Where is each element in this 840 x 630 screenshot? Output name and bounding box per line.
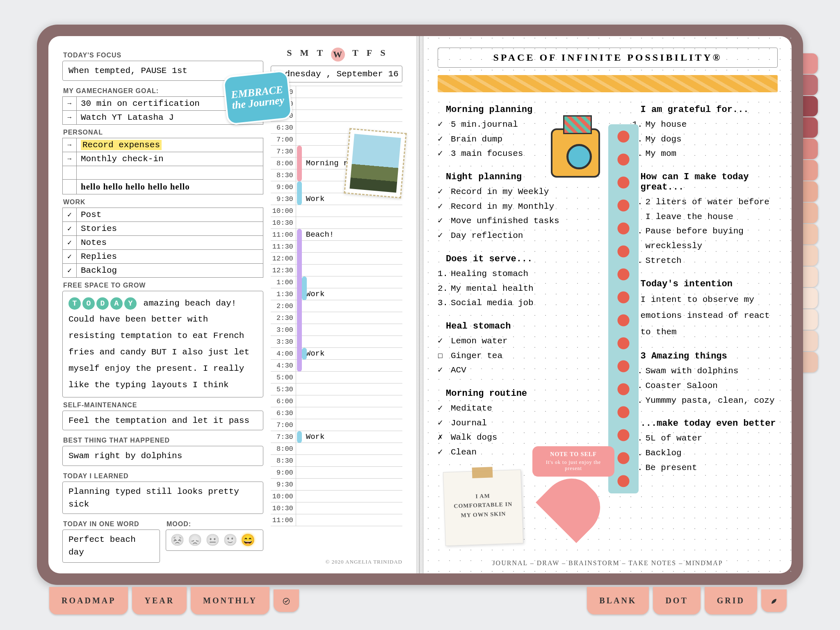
schedule-line[interactable]: 10:00: [271, 205, 402, 217]
schedule-line[interactable]: 11:00Beach!: [271, 229, 402, 241]
list-item[interactable]: 1.5L of water: [632, 431, 778, 446]
list-item[interactable]: ✓Meditate: [438, 401, 583, 416]
bottom-tab-blank[interactable]: BLANK: [587, 587, 649, 614]
schedule-line[interactable]: 6:00: [271, 395, 402, 407]
weekday[interactable]: T: [317, 48, 324, 62]
list-row[interactable]: →Record expenses: [62, 138, 263, 152]
list-item[interactable]: ✗Walk dogs: [438, 430, 583, 445]
schedule-line[interactable]: 10:00: [271, 491, 402, 502]
weekday[interactable]: T: [352, 48, 359, 62]
list-row[interactable]: [62, 166, 263, 180]
schedule-line[interactable]: 3:30: [271, 336, 402, 348]
list-item[interactable]: ✓ACV: [438, 363, 583, 378]
free-box[interactable]: TODAY amazing beach day! Could have been…: [62, 291, 263, 397]
list-row[interactable]: ✓Post: [62, 208, 263, 222]
best-box[interactable]: Swam right by dolphins: [62, 446, 263, 466]
mood-box[interactable]: 😣😞😐🙂😄: [166, 530, 263, 551]
item-text: My mom: [646, 146, 677, 161]
list-item[interactable]: ☐Ginger tea: [438, 349, 583, 363]
item-text: Yummmy pasta, clean, cozy: [646, 393, 775, 408]
schedule-line[interactable]: 12:30: [271, 265, 402, 276]
list-item[interactable]: ✓Record in my Monthly: [438, 199, 583, 214]
mood-face[interactable]: 😞: [188, 533, 202, 547]
schedule-line[interactable]: 10:30: [271, 502, 402, 514]
list-item[interactable]: 1.2 liters of water before I leave the h…: [632, 195, 778, 224]
schedule-line[interactable]: 7:30Work: [271, 431, 402, 443]
right-col-right: I am grateful for...1.My house2.My dogs3…: [632, 105, 778, 486]
list-item[interactable]: 2.Backlog: [632, 446, 778, 461]
weekday[interactable]: M: [300, 48, 310, 62]
schedule-line[interactable]: 8:30: [271, 455, 402, 467]
list-item[interactable]: ✓Day reflection: [438, 228, 583, 243]
planner-shell: TODAY'S FOCUS When tempted, PAUSE 1st MY…: [37, 25, 803, 585]
schedule-line[interactable]: 4:00Work: [271, 348, 402, 360]
schedule-line[interactable]: 12:00: [271, 253, 402, 265]
schedule-line[interactable]: 9:00: [271, 467, 402, 479]
schedule-line[interactable]: 5:00: [271, 372, 402, 383]
schedule-line[interactable]: 11:00: [271, 514, 402, 526]
list-row[interactable]: ✓Notes: [62, 236, 263, 250]
bottom-tab-dot[interactable]: DOT: [653, 587, 700, 614]
weekday[interactable]: S: [380, 48, 386, 62]
schedule-bar: [297, 229, 302, 372]
bottom-tab-year[interactable]: YEAR: [132, 587, 187, 614]
schedule-line[interactable]: 2:00: [271, 300, 402, 312]
list-row[interactable]: →Monthly check-in: [62, 152, 263, 166]
mood-face[interactable]: 🙂: [223, 533, 237, 547]
selfm-box[interactable]: Feel the temptation and let it pass: [62, 411, 263, 431]
week-strip[interactable]: SMTWTFS: [271, 48, 402, 62]
schedule-line[interactable]: 11:30: [271, 241, 402, 253]
weekday[interactable]: F: [367, 48, 373, 62]
schedule-line[interactable]: 1:00: [271, 276, 402, 288]
list-item[interactable]: ✓Journal: [438, 416, 583, 431]
list-item[interactable]: 3.Be present: [632, 461, 778, 475]
row-mark: ✓: [63, 236, 77, 249]
schedule-line[interactable]: 10:30: [271, 217, 402, 229]
list-item[interactable]: 2.Pause before buying wrecklessly: [632, 224, 778, 253]
list-item[interactable]: 2.My mental health: [438, 281, 583, 296]
affirmation-note: I AM COMFORTABLE IN MY OWN SKIN: [443, 470, 523, 546]
list-row[interactable]: hello hello hello hello hello: [62, 180, 263, 194]
list-item[interactable]: ✓Record in my Weekly: [438, 185, 583, 199]
mood-face[interactable]: 😣: [170, 533, 185, 547]
schedule-line[interactable]: 1:30Work: [271, 288, 402, 300]
list-row[interactable]: ✓Stories: [62, 222, 263, 236]
learned-box[interactable]: Planning typed still looks pretty sick: [62, 482, 263, 514]
item-text: Lemon water: [451, 334, 508, 349]
schedule-line[interactable]: 7:00: [271, 419, 402, 431]
schedule-line[interactable]: 6:30: [271, 407, 402, 419]
weekday[interactable]: W: [331, 48, 345, 62]
list-item[interactable]: 1.My house: [632, 117, 778, 132]
list-item[interactable]: 3.Stretch: [632, 253, 778, 268]
list-item[interactable]: 3.My mom: [632, 146, 778, 161]
leaf-tab[interactable]: [761, 589, 787, 612]
list-row[interactable]: ✓Backlog: [62, 264, 263, 278]
schedule-line[interactable]: 2:30: [271, 312, 402, 324]
list-item[interactable]: 2.Coaster Saloon: [632, 379, 778, 393]
list-item[interactable]: 1.Healing stomach: [438, 267, 583, 281]
list-item[interactable]: 1.Swam with dolphins: [632, 364, 778, 379]
schedule-line[interactable]: 5:30: [271, 383, 402, 395]
right-footer: JOURNAL – DRAW – BRAINSTORM – TAKE NOTES…: [424, 559, 792, 567]
item-mark: ✓: [438, 214, 451, 228]
section-heading: Morning planning: [438, 105, 583, 115]
list-item[interactable]: 2.My dogs: [632, 132, 778, 147]
list-item[interactable]: ✓Lemon water: [438, 334, 583, 349]
schedule-line[interactable]: 3:00: [271, 324, 402, 336]
bottom-tab-grid[interactable]: GRID: [705, 587, 757, 614]
list-item[interactable]: 3.Yummmy pasta, clean, cozy: [632, 393, 778, 408]
bottom-tab-roadmap[interactable]: ROADMAP: [49, 587, 128, 614]
list-row[interactable]: ✓Replies: [62, 250, 263, 264]
list-item[interactable]: 3.Social media job: [438, 296, 583, 310]
check-tab[interactable]: [274, 589, 299, 612]
schedule-line[interactable]: 4:30: [271, 360, 402, 372]
weekday[interactable]: S: [287, 48, 292, 62]
mood-face[interactable]: 😐: [205, 533, 220, 547]
section-heading: ...make today even better: [632, 418, 778, 429]
schedule-line[interactable]: 8:00: [271, 443, 402, 455]
word-box[interactable]: Perfect beach day: [62, 530, 160, 563]
schedule-line[interactable]: 9:30: [271, 479, 402, 491]
bottom-tab-monthly[interactable]: MONTHLY: [191, 587, 269, 614]
list-item[interactable]: ✓Move unfinished tasks: [438, 214, 583, 228]
mood-face[interactable]: 😄: [241, 533, 255, 547]
